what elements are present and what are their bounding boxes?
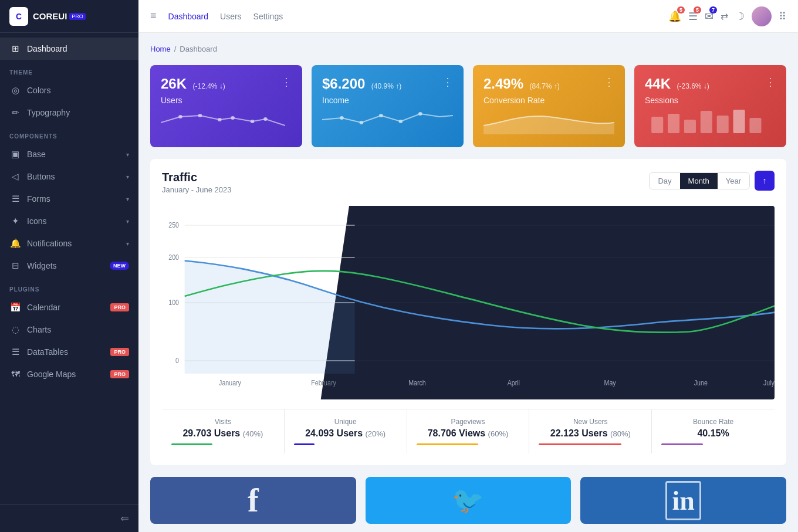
sidebar-item-charts[interactable]: ◌ Charts [0, 318, 138, 341]
map-icon: 🗺 [9, 369, 21, 379]
translate-icon: ⇄ [721, 11, 728, 21]
social-card-linkedin[interactable]: in [580, 477, 786, 524]
sidebar-item-label: Icons [27, 216, 126, 226]
pro-badge: PRO [110, 303, 129, 311]
datatables-icon: ☰ [9, 347, 21, 357]
traffic-stat-visits: Visits 29.703 Users (40%) [162, 409, 285, 453]
sidebar-collapse-icon: ⇐ [120, 512, 129, 525]
darkmode-button[interactable]: ☽ [735, 10, 745, 23]
btn-time-month[interactable]: Month [680, 173, 718, 189]
breadcrumb-separator: / [174, 45, 177, 53]
svg-rect-13 [684, 120, 696, 133]
sidebar-item-notifications[interactable]: 🔔 Notifications ▾ [0, 232, 138, 255]
chevron-down-icon: ▾ [126, 240, 129, 247]
svg-rect-12 [668, 114, 679, 133]
sidebar-item-forms[interactable]: ☰ Forms ▾ [0, 188, 138, 210]
facebook-icon: f [248, 482, 259, 519]
download-button[interactable]: ↑ [755, 171, 775, 191]
stat-label: Sessions [645, 96, 776, 105]
sidebar-item-calendar[interactable]: 📅 Calendar PRO [0, 296, 138, 318]
stat-menu-button[interactable]: ⋮ [442, 76, 453, 89]
main-content: ≡ Dashboard Users Settings 🔔 5 ☰ 5 ✉ 7 ⇄ [138, 0, 798, 532]
logo[interactable]: C COREUI PRO [0, 0, 138, 33]
sidebar-item-colors[interactable]: ◎ Colors [0, 79, 138, 101]
sidebar-toggle-button[interactable]: ⇐ [0, 504, 138, 532]
social-grid: f 🐦 in [150, 477, 786, 524]
components-section-label: COMPONENTS [0, 124, 138, 143]
social-card-twitter[interactable]: 🐦 [366, 477, 572, 524]
stat-card-users: 26K (-12.4% ↓) ⋮ Users [150, 65, 302, 147]
svg-point-6 [340, 116, 344, 120]
stat-progress-bar [171, 443, 212, 445]
header-nav-dashboard[interactable]: Dashboard [168, 12, 209, 21]
apps-button[interactable]: ⠿ [779, 10, 786, 23]
translate-button[interactable]: ⇄ [721, 10, 728, 22]
stat-value: 40.15% [661, 428, 765, 439]
sidebar-item-label: Widgets [27, 261, 110, 270]
buttons-icon: ◁ [9, 171, 21, 182]
breadcrumb-current: Dashboard [180, 45, 217, 53]
stat-menu-button[interactable]: ⋮ [604, 76, 614, 89]
stat-label: Bounce Rate [661, 418, 765, 426]
stat-progress-bar [294, 443, 315, 445]
sidebar-item-base[interactable]: ▣ Base ▾ [0, 143, 138, 165]
stat-value: 2.49% [483, 76, 523, 92]
svg-text:250: 250 [168, 222, 179, 229]
sidebar-item-label: Dashboard [27, 44, 129, 53]
logo-text: COREUI [33, 11, 67, 21]
btn-time-year[interactable]: Year [718, 173, 749, 189]
stat-value: 78.706 Views (60%) [417, 428, 520, 439]
new-badge: NEW [110, 262, 129, 270]
pro-badge: PRO [110, 370, 129, 378]
breadcrumb-home[interactable]: Home [150, 45, 171, 53]
header-nav-users[interactable]: Users [220, 12, 242, 21]
social-card-facebook[interactable]: f [150, 477, 356, 524]
tasks-badge: 5 [694, 6, 701, 13]
sidebar-item-googlemaps[interactable]: 🗺 Google Maps PRO [0, 363, 138, 385]
traffic-stat-newusers: New Users 22.123 Users (80%) [529, 409, 652, 453]
header-nav-settings[interactable]: Settings [253, 12, 283, 21]
sidebar-item-widgets[interactable]: ⊟ Widgets NEW [0, 255, 138, 277]
chevron-down-icon: ▾ [126, 151, 129, 158]
stat-label: Pageviews [417, 418, 520, 426]
svg-point-2 [218, 118, 222, 121]
chevron-down-icon: ▾ [126, 174, 129, 180]
chevron-down-icon: ▾ [126, 218, 129, 225]
stat-label: Unique [294, 418, 397, 426]
stat-value: 24.093 Users (20%) [294, 428, 397, 439]
twitter-icon: 🐦 [452, 485, 484, 516]
hamburger-button[interactable]: ≡ [150, 10, 157, 22]
tasks-button[interactable]: ☰ 5 [688, 10, 698, 23]
stat-card-header: 26K (-12.4% ↓) ⋮ [161, 76, 292, 92]
stat-menu-button[interactable]: ⋮ [765, 76, 776, 89]
sidebar-item-label: Charts [27, 325, 129, 334]
sidebar-item-typography[interactable]: ✏ Typography [0, 101, 138, 124]
sidebar-item-label: DataTables [27, 347, 110, 357]
sidebar-item-icons[interactable]: ✦ Icons ▾ [0, 210, 138, 232]
header-left: ≡ Dashboard Users Settings [150, 10, 283, 22]
header-right: 🔔 5 ☰ 5 ✉ 7 ⇄ ☽ ⠿ [668, 6, 786, 26]
stat-chart [161, 105, 292, 137]
sidebar-item-datatables[interactable]: ☰ DataTables PRO [0, 341, 138, 363]
calendar-icon: 📅 [9, 302, 21, 313]
user-avatar[interactable] [752, 6, 772, 26]
sidebar-item-label: Colors [27, 86, 129, 95]
svg-text:April: April [508, 379, 520, 387]
email-button[interactable]: ✉ 7 [705, 10, 714, 23]
pro-badge: PRO [110, 348, 129, 356]
stat-label: Users [161, 96, 292, 105]
btn-time-day[interactable]: Day [650, 173, 679, 189]
sidebar-item-dashboard[interactable]: ⊞ Dashboard [0, 38, 138, 60]
stat-menu-button[interactable]: ⋮ [281, 76, 292, 89]
stat-value: 26K [161, 76, 187, 92]
stat-change: (-23.6% ↓) [677, 82, 709, 90]
sidebar-item-label: Calendar [27, 303, 110, 312]
header: ≡ Dashboard Users Settings 🔔 5 ☰ 5 ✉ 7 ⇄ [138, 0, 798, 33]
notifications-button[interactable]: 🔔 5 [668, 10, 681, 23]
traffic-header: Traffic January - June 2023 Day Month Ye… [162, 171, 775, 194]
base-icon: ▣ [9, 149, 21, 160]
theme-section-label: THEME [0, 60, 138, 79]
svg-text:0: 0 [175, 357, 179, 365]
stat-card-sessions: 44K (-23.6% ↓) ⋮ Sessions [634, 65, 786, 147]
sidebar-item-buttons[interactable]: ◁ Buttons ▾ [0, 165, 138, 188]
